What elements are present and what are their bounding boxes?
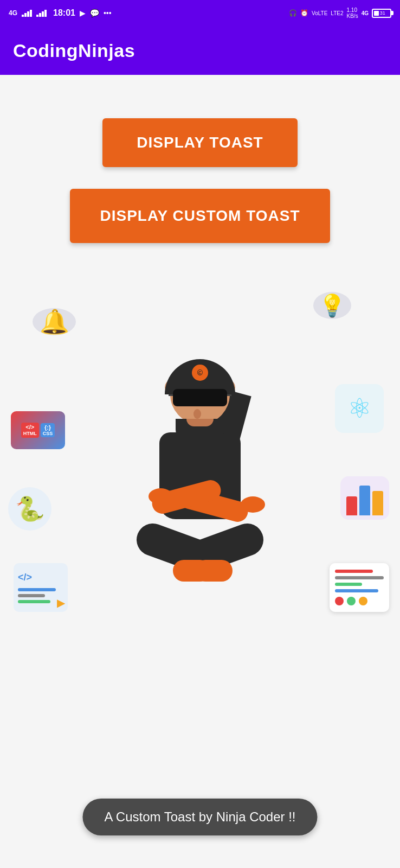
code-doc-icon-float: </> ▶ (14, 563, 68, 612)
status-time: 18:01 (53, 8, 75, 18)
ninja-foot-right (195, 560, 233, 582)
ninja-character (124, 348, 276, 609)
css-label: CSS (43, 431, 53, 436)
chart-icon-float (340, 476, 389, 520)
ninja-mouth (186, 419, 214, 426)
codeline-2 (335, 576, 384, 579)
volte-label: VoLTE (312, 10, 327, 16)
toast-message: A Custom Toast by Ninja Coder !! (82, 799, 317, 835)
toast-container: A Custom Toast by Ninja Coder !! (82, 799, 317, 835)
cursor-icon: ▶ (57, 596, 65, 609)
status-left: 4G 18:01 ▶ 💬 ••• (9, 8, 112, 18)
ninja-nose (193, 409, 201, 419)
bell-icon: 🔔 (40, 310, 69, 334)
ninja-glasses (173, 389, 227, 406)
app-bar: CodingNinjas (0, 26, 400, 75)
codelines-icon-float (330, 563, 389, 612)
lte-label: LTE2 (331, 10, 343, 16)
signal-bars-2 (36, 10, 47, 17)
battery-fill (374, 11, 379, 16)
ninja-cap-logo (192, 365, 208, 381)
bulb-icon: 💡 (319, 295, 346, 316)
ninja-body (124, 348, 276, 609)
chart-bar-1 (346, 496, 357, 515)
codeline-3 (335, 583, 362, 586)
python-icon: 🐍 (15, 495, 45, 523)
status-bar: 4G 18:01 ▶ 💬 ••• 🎧 ⏰ VoLTE LTE2 1.10KB/s… (0, 0, 400, 26)
message-icon: 💬 (90, 9, 99, 17)
ninja-hand-right (241, 496, 265, 513)
display-toast-button[interactable]: DISPLAY TOAST (102, 118, 298, 167)
css-badge: {:} CSS (41, 423, 55, 437)
react-icon-float: ⚛ (335, 384, 384, 433)
code-line-1 (18, 588, 56, 591)
status-right: 🎧 ⏰ VoLTE LTE2 1.10KB/s 4G 31 (289, 7, 391, 19)
illustration-area: 🔔 💡 </> HTML {:} CSS (0, 276, 400, 655)
signal-bars-1 (22, 10, 32, 17)
chart-bar-2 (359, 486, 370, 515)
codeline-4 (335, 589, 378, 592)
dot-icon-green (347, 597, 356, 605)
python-icon-float: 🐍 (8, 487, 51, 531)
battery-percent: 31 (380, 10, 385, 16)
display-custom-toast-button[interactable]: DISPLAY CUSTOM TOAST (70, 189, 330, 243)
alarm-icon: ⏰ (300, 9, 308, 17)
bell-icon-float: 🔔 (33, 308, 76, 335)
main-content: DISPLAY TOAST DISPLAY CUSTOM TOAST 🔔 💡 <… (0, 75, 400, 868)
ninja-hand-left (149, 488, 173, 505)
play-icon: ▶ (80, 9, 86, 17)
html-label: HTML (23, 431, 37, 436)
dot-icon-red (335, 597, 344, 605)
more-icon: ••• (104, 9, 112, 17)
html-css-icon-float: </> HTML {:} CSS (11, 411, 65, 449)
react-icon: ⚛ (347, 393, 372, 424)
code-bracket-icon: </> (18, 572, 32, 583)
battery-icon: 31 (372, 9, 391, 18)
bulb-icon-float: 💡 (313, 292, 351, 319)
chart-bar-3 (372, 491, 383, 515)
code-line-2 (18, 594, 45, 597)
signal-strength: 1.10KB/s (347, 7, 358, 19)
code-line-3 (18, 600, 50, 603)
headphone-icon: 🎧 (289, 9, 297, 17)
codeline-1 (335, 570, 373, 573)
signal-4g-1: 4G (9, 9, 17, 17)
app-title: CodingNinjas (13, 40, 135, 61)
html-badge: </> HTML (21, 423, 39, 438)
dot-icon-yellow (359, 597, 367, 605)
network-4g: 4G (362, 10, 369, 16)
